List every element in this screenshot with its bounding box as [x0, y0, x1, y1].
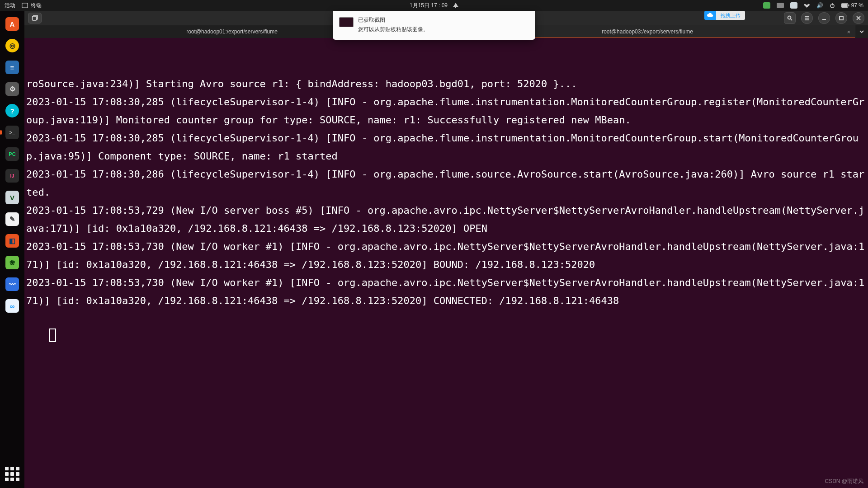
svg-rect-0 — [22, 3, 28, 8]
vim-icon: V — [5, 191, 19, 204]
app-indicator-label: 终端 — [31, 2, 42, 9]
settings-icon: ⚙ — [5, 82, 19, 96]
baidu-netdisk-icon: ∞ — [5, 299, 19, 313]
dock-app-vbox[interactable]: ◧ — [3, 231, 22, 250]
dock-app-rhythmbox[interactable]: ◎ — [3, 36, 22, 55]
gnome-top-bar: 活动 终端 1月15日 17 : 09 🔊 97 % — [0, 0, 655, 11]
ubuntu-software-icon: A — [5, 17, 19, 31]
screenshot-thumb-icon — [339, 17, 354, 27]
rhythmbox-icon: ◎ — [5, 39, 19, 52]
clock[interactable]: 1月15日 17 : 09 — [410, 2, 448, 9]
dock-app-text-editor[interactable]: ✎ — [3, 210, 22, 229]
dock-app-settings[interactable]: ⚙ — [3, 80, 22, 99]
dock-app-vim[interactable]: V — [3, 188, 22, 207]
help-icon: ? — [5, 104, 19, 117]
dock-app-libreoffice-writer[interactable]: ≡ — [3, 58, 22, 77]
svg-rect-6 — [33, 16, 37, 20]
dock-app-terminal[interactable]: >_ — [3, 123, 22, 142]
terminal-cursor — [49, 328, 56, 342]
sys-monitor-icon: ❀ — [5, 256, 19, 269]
marktext-icon: 〰 — [5, 277, 19, 291]
vbox-icon: ◧ — [5, 234, 19, 248]
dock-app-marktext[interactable]: 〰 — [3, 275, 22, 294]
dock-app-pycharm[interactable]: PC — [3, 145, 22, 164]
screenshot-toast[interactable]: 已获取截图 您可以从剪贴板粘贴该图像。 — [333, 11, 535, 40]
terminal-output-area[interactable]: roSource.java:234)] Starting Avro source… — [24, 38, 655, 368]
dock-app-intellij[interactable]: IJ — [3, 166, 22, 185]
terminal-window: root@hadoop01:/export/servers/flume×root… — [24, 11, 655, 368]
terminal-tab-title: root@hadoop03:/export/servers/flume — [602, 28, 655, 35]
dock-app-baidu-netdisk[interactable]: ∞ — [3, 296, 22, 315]
intellij-icon: IJ — [5, 169, 19, 183]
terminal-output-text: roSource.java:234)] Starting Avro source… — [24, 75, 655, 310]
terminal-indicator-icon[interactable]: 终端 — [22, 2, 42, 9]
notification-bell-icon[interactable] — [453, 3, 458, 8]
terminal-icon: >_ — [5, 126, 19, 139]
dock-app-help[interactable]: ? — [3, 101, 22, 120]
new-tab-button[interactable] — [28, 13, 42, 23]
text-editor-icon: ✎ — [5, 212, 19, 226]
dock-app-ubuntu-software[interactable]: A — [3, 14, 22, 33]
toast-body: 您可以从剪贴板粘贴该图像。 — [358, 26, 528, 33]
libreoffice-writer-icon: ≡ — [5, 61, 19, 74]
dock-app-sys-monitor[interactable]: ❀ — [3, 253, 22, 272]
toast-title: 已获取截图 — [358, 16, 528, 24]
pycharm-icon: PC — [5, 147, 19, 161]
dock: A◎≡⚙?>_PCIJV✎◧❀〰∞ — [0, 11, 24, 368]
terminal-tab-title: root@hadoop01:/export/servers/flume — [186, 28, 278, 35]
activities-button[interactable]: 活动 — [5, 2, 15, 9]
